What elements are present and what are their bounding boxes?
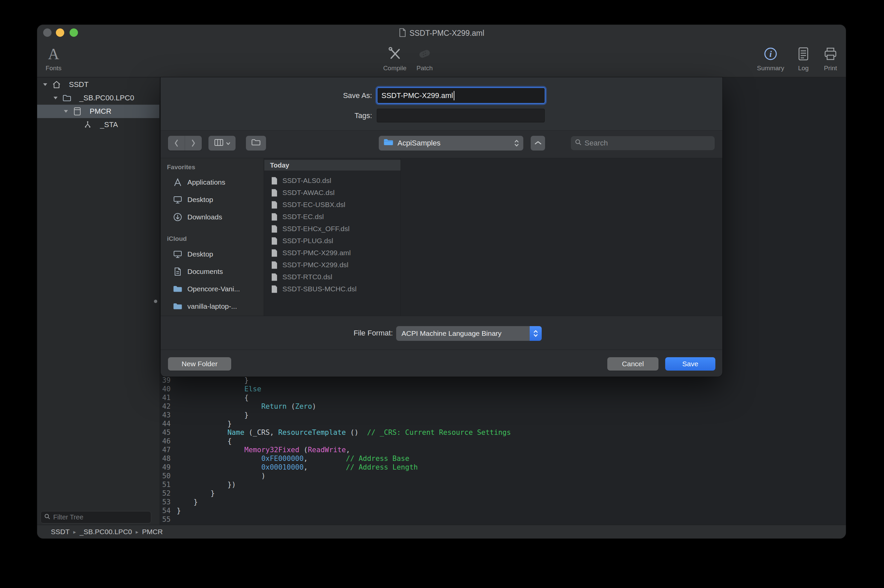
code-area: 39 }40 Else41 {42 Return (Zero)43 }44 }4…	[160, 376, 846, 524]
sidebar-item-label: Applications	[188, 178, 225, 186]
location-popup[interactable]: AcpiSamples	[379, 136, 523, 150]
tags-input[interactable]	[377, 109, 545, 122]
code-token: )	[312, 402, 317, 410]
code-line: 40 Else	[160, 385, 846, 393]
file-row-ssdt-ec-dsl[interactable]: SSDT-EC.dsl	[264, 211, 401, 223]
tree-item-pmcr[interactable]: PMCR	[37, 105, 159, 118]
save-as-label: Save As:	[161, 87, 372, 104]
statusbar: SSDT▸_SB.PC00.LPC0▸PMCR	[37, 525, 846, 538]
document-icon	[271, 285, 278, 293]
sidebar-item-documents[interactable]: Documents	[161, 263, 264, 280]
sidebar-item-desktop[interactable]: Desktop	[161, 191, 264, 208]
code-line: 51 })	[160, 480, 846, 489]
log-label: Log	[798, 64, 809, 72]
line-number: 53	[160, 498, 171, 506]
group-items-button[interactable]	[246, 136, 266, 150]
breadcrumb-segment[interactable]: _SB.PC00.LPC0	[80, 528, 132, 536]
parent-folder-button[interactable]	[531, 136, 545, 150]
scope-icon	[73, 107, 82, 116]
file-format-popup[interactable]: ACPI Machine Language Binary	[396, 326, 542, 341]
fonts-button[interactable]: A Fonts	[37, 45, 70, 72]
tree-item-sb-pc00-lpc0[interactable]: _SB.PC00.LPC0	[37, 91, 159, 105]
code-line: 50 )	[160, 472, 846, 480]
sidebar-item-label: vanilla-laptop-...	[188, 302, 237, 310]
code-token: Name	[228, 429, 245, 436]
files-group-header: Today	[264, 159, 401, 171]
sidebar-item-opencore-vani[interactable]: Opencore-Vani...	[161, 280, 264, 298]
line-number: 47	[160, 446, 171, 454]
applications-icon	[173, 178, 183, 187]
compile-label: Compile	[383, 64, 407, 72]
code-token: (_CRS,	[244, 429, 278, 436]
code-token: (	[299, 446, 308, 454]
filename-input[interactable]: SSDT-PMC-X299.aml	[377, 87, 545, 104]
file-row-ssdt-als0-dsl[interactable]: SSDT-ALS0.dsl	[264, 175, 401, 187]
sidebar-item-label: Downloads	[188, 213, 222, 221]
window-title: SSDT-PMC-X299.aml	[410, 29, 485, 38]
file-row-ssdt-pmc-x299-dsl[interactable]: SSDT-PMC-X299.dsl	[264, 259, 401, 271]
file-row-ssdt-awac-dsl[interactable]: SSDT-AWAC.dsl	[264, 187, 401, 199]
cancel-button[interactable]: Cancel	[607, 357, 659, 370]
method-icon	[83, 121, 92, 129]
filename-value: SSDT-PMC-X299.aml	[381, 91, 453, 100]
tree-item-sta[interactable]: _STA	[37, 118, 159, 132]
breadcrumb-separator: ▸	[73, 529, 76, 535]
sidebar-item-downloads[interactable]: Downloads	[161, 208, 264, 226]
file-name: SSDT-EHCx_OFF.dsl	[282, 225, 350, 233]
code-token: }	[177, 420, 231, 428]
splitter-handle[interactable]	[154, 300, 157, 303]
desktop-icon	[173, 195, 183, 204]
code-line: 39 }	[160, 376, 846, 385]
save-dialog-header	[161, 77, 722, 131]
sidebar-item-desktop[interactable]: Desktop	[161, 246, 264, 263]
sidebar-item-vanilla-laptop[interactable]: vanilla-laptop-...	[161, 298, 264, 315]
document-icon	[271, 189, 278, 197]
code-token: 0xFE000000	[261, 454, 303, 463]
file-format-label: File Format:	[161, 316, 393, 350]
patch-button[interactable]: Patch	[408, 45, 441, 72]
filter-tree-input[interactable]: Filter Tree	[41, 511, 151, 524]
search-input[interactable]: Search	[570, 136, 715, 150]
disclosure-triangle-icon[interactable]	[51, 96, 60, 100]
sidebar-item-label: Documents	[188, 268, 223, 276]
compile-icon	[387, 45, 403, 63]
file-row-ssdt-rtc0-dsl[interactable]: SSDT-RTC0.dsl	[264, 271, 401, 283]
breadcrumb-segment[interactable]: PMCR	[142, 528, 163, 536]
file-row-ssdt-ec-usbx-dsl[interactable]: SSDT-EC-USBX.dsl	[264, 199, 401, 211]
text-caret	[454, 91, 455, 100]
view-mode-button[interactable]	[209, 136, 236, 150]
titlebar[interactable]: SSDT-PMC-X299.aml A Fonts Compile Patch …	[37, 25, 846, 77]
summary-button[interactable]: i Summary	[754, 45, 787, 72]
search-placeholder: Search	[585, 139, 608, 147]
sidebar-item-applications[interactable]: Applications	[161, 174, 264, 191]
files-group-label: Today	[270, 162, 289, 169]
file-row-ssdt-pmc-x299-aml[interactable]: SSDT-PMC-X299.aml	[264, 247, 401, 259]
file-row-ssdt-plug-dsl[interactable]: SSDT-PLUG.dsl	[264, 235, 401, 247]
places-sidebar: Favorites ApplicationsDesktopDownloads i…	[161, 158, 264, 316]
line-number: 46	[160, 437, 171, 446]
line-number: 54	[160, 506, 171, 515]
code-line: 47 Memory32Fixed (ReadWrite,	[160, 446, 846, 454]
code-line: 52 }	[160, 489, 846, 498]
line-number: 45	[160, 428, 171, 437]
tree-item-ssdt[interactable]: SSDT	[37, 78, 159, 91]
code-token	[177, 454, 261, 463]
disclosure-triangle-icon[interactable]	[41, 83, 50, 86]
downloads-icon	[173, 212, 183, 222]
window-title-area: SSDT-PMC-X299.aml	[37, 25, 846, 42]
code-line: 48 0xFE000000, // Address Base	[160, 454, 846, 463]
file-browser: Favorites ApplicationsDesktopDownloads i…	[161, 158, 722, 316]
compile-button[interactable]: Compile	[378, 45, 411, 72]
code-line: 41 {	[160, 393, 846, 402]
breadcrumb-segment[interactable]: SSDT	[51, 528, 70, 536]
file-row-ssdt-sbus-mchc-dsl[interactable]: SSDT-SBUS-MCHC.dsl	[264, 283, 401, 295]
file-row-ssdt-ehcx-off-dsl[interactable]: SSDT-EHCx_OFF.dsl	[264, 223, 401, 235]
save-button[interactable]: Save	[665, 357, 715, 370]
location-value: AcpiSamples	[398, 139, 440, 147]
print-button[interactable]: Print	[814, 45, 846, 72]
back-button[interactable]	[168, 136, 185, 150]
forward-button[interactable]	[185, 136, 202, 150]
disclosure-triangle-icon[interactable]	[61, 110, 71, 113]
new-folder-button[interactable]: New Folder	[168, 357, 231, 370]
printer-icon	[823, 45, 838, 63]
